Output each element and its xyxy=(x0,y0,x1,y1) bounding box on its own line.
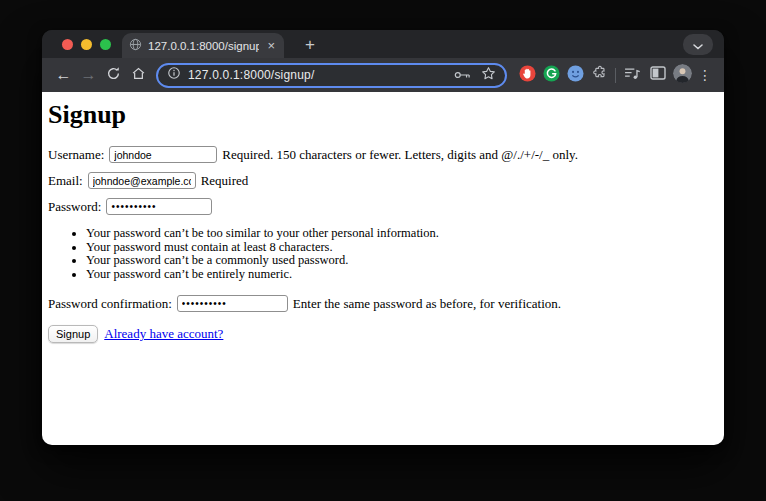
tab-title: 127.0.0.1:8000/signup/ xyxy=(148,40,259,52)
username-row: Username: Required. 150 characters or fe… xyxy=(48,146,718,163)
password-confirmation-label: Password confirmation: xyxy=(48,296,172,312)
window-minimize-button[interactable] xyxy=(81,39,92,50)
page-title: Signup xyxy=(48,100,718,130)
password-input[interactable] xyxy=(106,198,212,215)
page-content: Signup Username: Required. 150 character… xyxy=(42,92,724,445)
avatar xyxy=(673,64,692,87)
username-label: Username: xyxy=(48,147,104,163)
extension-grammarly-button[interactable] xyxy=(539,62,563,88)
browser-menu-button[interactable]: ⋮ xyxy=(695,62,715,88)
hand-extension-icon xyxy=(519,65,536,86)
new-tab-button[interactable]: + xyxy=(298,33,322,57)
chevron-down-icon xyxy=(693,36,703,54)
reload-icon xyxy=(106,66,121,85)
reload-button[interactable] xyxy=(101,62,126,88)
email-helper: Required xyxy=(201,173,249,189)
side-panel-button[interactable] xyxy=(645,62,670,88)
password-rule: Your password can’t be entirely numeric. xyxy=(86,268,718,282)
password-confirmation-input[interactable] xyxy=(177,295,288,312)
tab-close-icon[interactable]: × xyxy=(265,39,277,52)
email-row: Email: Required xyxy=(48,172,718,189)
email-label: Email: xyxy=(48,173,83,189)
password-label: Password: xyxy=(48,199,101,215)
media-controls-icon xyxy=(624,66,641,84)
address-bar[interactable]: 127.0.0.1:8000/signup/ xyxy=(156,63,507,88)
email-input[interactable] xyxy=(88,172,196,189)
star-icon[interactable] xyxy=(481,66,496,85)
extensions-menu-button[interactable] xyxy=(587,62,611,88)
home-button[interactable] xyxy=(126,62,151,88)
profile-button[interactable] xyxy=(670,62,695,88)
tab-overflow-button[interactable] xyxy=(683,34,713,55)
username-input[interactable] xyxy=(109,146,217,163)
home-icon xyxy=(131,66,146,85)
extension-face-button[interactable] xyxy=(563,62,587,88)
url-text[interactable]: 127.0.0.1:8000/signup/ xyxy=(188,68,447,82)
password-rule: Your password can’t be a commonly used p… xyxy=(86,254,718,268)
password-confirmation-helper: Enter the same password as before, for v… xyxy=(293,296,561,312)
window-close-button[interactable] xyxy=(62,39,73,50)
back-button[interactable]: ← xyxy=(51,62,76,88)
password-row: Password: xyxy=(48,198,718,215)
puzzle-icon xyxy=(591,65,607,85)
toolbar-separator xyxy=(615,68,616,83)
password-rule: Your password can’t be too similar to yo… xyxy=(86,227,718,241)
browser-tab[interactable]: 127.0.0.1:8000/signup/ × xyxy=(122,33,284,58)
action-row: Signup Already have account? xyxy=(48,325,718,343)
face-extension-icon xyxy=(567,65,584,86)
key-icon[interactable] xyxy=(454,66,471,84)
extension-hand-button[interactable] xyxy=(515,62,539,88)
browser-window: 127.0.0.1:8000/signup/ × + ← → xyxy=(42,30,724,445)
password-rules-list: Your password can’t be too similar to yo… xyxy=(48,227,718,281)
window-maximize-button[interactable] xyxy=(100,39,111,50)
side-panel-icon xyxy=(650,66,666,84)
info-icon[interactable] xyxy=(167,66,181,84)
password-rule: Your password must contain at least 8 ch… xyxy=(86,241,718,255)
forward-button[interactable]: → xyxy=(76,62,101,88)
traffic-lights xyxy=(62,39,111,50)
browser-toolbar: ← → 127.0.0.1:8000/signup/ xyxy=(42,58,724,92)
signup-button[interactable]: Signup xyxy=(48,325,98,343)
media-controls-button[interactable] xyxy=(620,62,645,88)
login-link[interactable]: Already have account? xyxy=(104,326,223,342)
username-helper: Required. 150 characters or fewer. Lette… xyxy=(222,147,578,163)
password-confirmation-row: Password confirmation: Enter the same pa… xyxy=(48,295,718,312)
grammarly-extension-icon xyxy=(543,65,560,86)
tab-strip: 127.0.0.1:8000/signup/ × + xyxy=(42,30,724,58)
globe-favicon xyxy=(129,37,142,55)
